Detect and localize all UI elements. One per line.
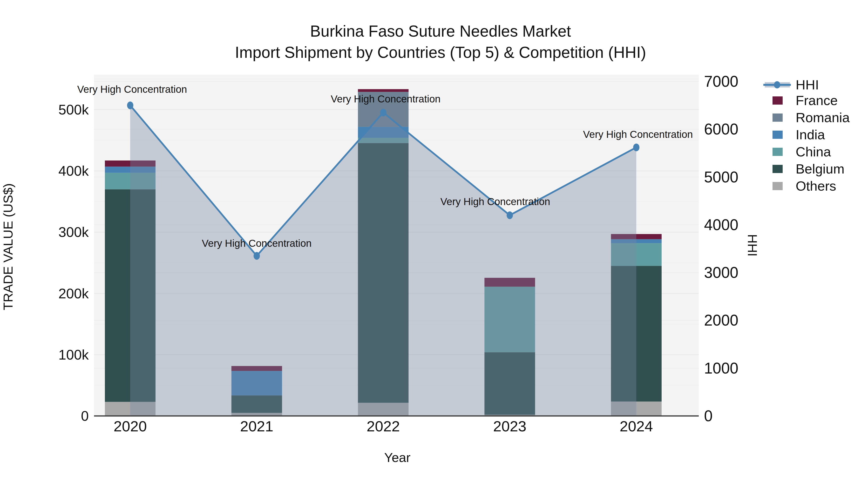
y-right-tick-5000: 5000 (704, 168, 738, 186)
y-right-tick-2000: 2000 (704, 312, 738, 329)
belgium-swatch (773, 165, 783, 173)
x-tick-2020: 2020 (114, 418, 147, 434)
annotation-2022: Very High Concentration (331, 93, 440, 105)
y-right-tick-6000: 6000 (704, 121, 738, 138)
france-swatch (773, 96, 783, 105)
bar-segment-france-2022 (358, 89, 409, 92)
y-right-tick-1000: 1000 (704, 360, 738, 377)
china-swatch (773, 148, 783, 156)
y-right-axis-title: HHI (745, 234, 760, 257)
annotation-2021: Very High Concentration (202, 238, 311, 249)
x-tick-2022: 2022 (367, 418, 400, 434)
x-axis-title: Year (384, 450, 410, 465)
y-left-tick-300k: 300k (58, 224, 89, 240)
annotation-2024: Very High Concentration (583, 129, 693, 140)
y-left-tick-0: 0 (81, 408, 89, 424)
legend-label-hhi: HHI (796, 77, 819, 92)
x-tick-2024: 2024 (620, 418, 653, 434)
legend-label-france: France (796, 93, 838, 108)
romania-swatch (773, 113, 783, 122)
y-left-tick-500k: 500k (58, 102, 89, 117)
y-right-tick-7000: 7000 (704, 73, 738, 90)
y-right-tick-0: 0 (704, 407, 713, 425)
legend-label-belgium: Belgium (796, 161, 844, 176)
legend-label-romania: Romania (796, 110, 850, 125)
y-right-tick-4000: 4000 (704, 216, 738, 233)
chart-title-line2: Import Shipment by Countries (Top 5) & C… (235, 43, 646, 61)
hhi-marker-2022 (380, 109, 386, 117)
hhi-marker-icon (774, 81, 780, 89)
y-left-tick-400k: 400k (58, 163, 89, 178)
chart-figure: 0100k200k300k400k500k0100020003000400050… (0, 0, 868, 488)
hhi-marker-2021 (254, 252, 260, 260)
x-tick-2023: 2023 (493, 418, 526, 434)
chart-title-line1: Burkina Faso Suture Needles Market (310, 22, 571, 40)
x-tick-2021: 2021 (240, 418, 273, 434)
india-swatch (773, 131, 783, 139)
annotation-2023: Very High Concentration (440, 196, 550, 207)
legend-label-india: India (796, 127, 825, 142)
annotation-2020: Very High Concentration (77, 84, 187, 95)
y-right-tick-3000: 3000 (704, 264, 738, 281)
hhi-marker-2020 (127, 101, 133, 109)
y-left-tick-200k: 200k (58, 286, 89, 301)
legend-label-china: China (796, 144, 831, 159)
legend-label-others: Others (796, 178, 836, 194)
hhi-marker-2024 (633, 143, 640, 151)
y-left-axis-title: TRADE VALUE (US$) (1, 183, 15, 310)
others-swatch (773, 182, 783, 190)
y-left-tick-100k: 100k (58, 347, 89, 362)
hhi-marker-2023 (506, 212, 513, 219)
